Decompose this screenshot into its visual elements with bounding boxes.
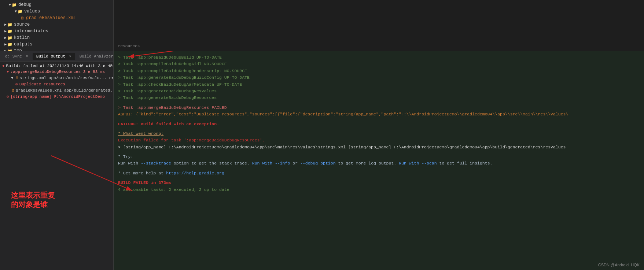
bottom-left-panel: d: Sync × Build Output × Build Analyzer … (0, 51, 114, 270)
error-expand-icon: ▼ (7, 70, 9, 74)
duplicate-label: Duplicate resources (19, 82, 65, 86)
output-line-links: Run with --stacktrace option to get the … (118, 160, 640, 167)
close-sync-tab[interactable]: × (26, 55, 28, 59)
resources-label: resources (118, 44, 140, 48)
output-line-try: * Try: (118, 154, 640, 160)
blank-2 (118, 118, 640, 121)
tab-build-output[interactable]: Build Output × (33, 53, 75, 60)
output-line-3: > Task :app:compileBaiduDebugRenderscrip… (118, 68, 640, 74)
folder-icon: 📁 (7, 22, 12, 27)
build-failed-label: Build: failed at 2021/11/3 14:46 with 3 … (6, 64, 113, 68)
blank-3 (118, 127, 640, 130)
output-line-help: * Get more help at https://help.gradle.o… (118, 170, 640, 177)
folder-icon: 📁 (7, 42, 12, 47)
tree-arrow: ▶ (4, 22, 7, 27)
gradle-res-item[interactable]: 🗎 gradleResValues.xml app/build/generate… (0, 87, 113, 93)
string-appname-item[interactable]: ⊘ [string/app_name] F:\AndroidProjectDem… (0, 93, 113, 100)
error-icon: ⊘ (15, 82, 18, 86)
output-line-2: > Task :app:compileBaiduDebugAidl NO-SOU… (118, 61, 640, 67)
tree-arrow: ▶ (4, 42, 7, 47)
tree-item-values[interactable]: ▼ 📁 values (0, 8, 113, 15)
output-line-what: * What went wrong: (118, 130, 640, 137)
blank-6 (118, 177, 640, 180)
strings-xml-label: strings.xml app/src/main/res/valu... err (20, 76, 113, 80)
build-failed-item[interactable]: ● Build: failed at 2021/11/3 14:46 with … (0, 63, 113, 69)
output-line-duplicate-detail: > [string/app_name] F:\AndroidProjectDem… (118, 144, 640, 151)
strings-xml-item[interactable]: ▼ 🗎 strings.xml app/src/main/res/valu...… (0, 75, 113, 81)
output-line-6: > Task :app:generateBaiduDebugResValues (118, 88, 640, 95)
top-right-panel: resources (114, 0, 644, 51)
tree-arrow: ▼ (15, 10, 17, 14)
tree-label: intermediates (14, 29, 48, 34)
xml-icon: 🗎 (15, 75, 19, 80)
tree-arrow: ▶ (4, 36, 7, 40)
link-debug[interactable]: --debug option (300, 161, 336, 166)
error-circle-icon: ● (2, 64, 5, 68)
merge-label: :app:mergeBaiduDebugResources 3 e 83 ms (11, 70, 105, 74)
tree-item-gradleres[interactable]: 🗎 gradleResValues.xml (0, 15, 113, 21)
tab-sync[interactable]: d: Sync × (1, 53, 32, 60)
blank-5 (118, 167, 640, 170)
watermark: CSDN @Android_HQK (598, 263, 640, 267)
string-appname-label: [string/app_name] F:\AndroidProjectDemo (11, 95, 105, 99)
tree-arrow: ▶ (4, 29, 7, 33)
output-line-exec-failed: Execution failed for task ':app:mergeBai… (118, 137, 640, 144)
folder-icon: 📁 (12, 3, 17, 7)
tree-arrow: ▼ (9, 3, 11, 7)
output-line-7: > Task :app:generateBaiduDebugResources (118, 95, 640, 101)
tree-item-debug[interactable]: ▼ 📁 debug (0, 1, 113, 8)
xml-file-icon: 🗎 (21, 16, 25, 21)
duplicate-resources-item[interactable]: ⊘ Duplicate resources (0, 81, 113, 87)
output-line-build-failed: BUILD FAILED in 373ms (118, 180, 640, 186)
file-expand-icon: ▼ (11, 76, 14, 80)
error-icon2: ⊘ (7, 94, 9, 99)
folder-icon: 📁 (7, 29, 12, 34)
output-line-5: > Task :app:checkBaiduDebugAarMetadata U… (118, 81, 640, 88)
output-line-4: > Task :app:generateBaiduDebugBuildConfi… (118, 74, 640, 81)
link-scan[interactable]: Run with --scan (399, 161, 437, 166)
tab-bar: d: Sync × Build Output × Build Analyzer … (0, 51, 113, 62)
output-line-1: > Task :app:preBaiduDebugBuild UP-TO-DAT… (118, 54, 640, 61)
link-gradle[interactable]: https://help.gradle.org (166, 171, 224, 175)
gradle-res-label: gradleResValues.xml app/build/generated.… (16, 88, 113, 93)
tree-item-intermediates[interactable]: ▶ 📁 intermediates (0, 28, 113, 34)
blank-4 (118, 151, 640, 154)
xml-file-icon2: 🗎 (11, 88, 15, 93)
tree-item-outputs[interactable]: ▶ 📁 outputs (0, 41, 113, 48)
link-info[interactable]: Run with --info (252, 161, 290, 166)
merge-resources-item[interactable]: ▼ :app:mergeBaiduDebugResources 3 e 83 m… (0, 69, 113, 75)
output-line-actionable: 4 actionable tasks: 2 executed, 2 up-to-… (118, 186, 640, 193)
tree-label: source (14, 22, 30, 27)
file-tree-top: ▼ 📁 debug ▼ 📁 values 🗎 gradleResValues.x… (0, 0, 114, 51)
output-line-agpbi: AGPBI: {"kind":"error","text":"Duplicate… (118, 111, 640, 118)
output-line-failure: FAILURE: Build failed with an exception. (118, 121, 640, 127)
tree-item-source[interactable]: ▶ 📁 source (0, 21, 113, 28)
file-label: gradleResValues.xml (26, 15, 76, 21)
tree-label: kotlin (14, 35, 30, 40)
output-line-failed: > Task :app:mergeBaiduDebugResources FAI… (118, 104, 640, 111)
tree-label: debug (18, 2, 32, 7)
tree-label: outputs (14, 42, 32, 47)
close-build-tab[interactable]: × (69, 55, 71, 59)
output-area[interactable]: > Task :app:preBaiduDebugBuild UP-TO-DAT… (114, 51, 644, 270)
build-output-panel: > Task :app:preBaiduDebugBuild UP-TO-DAT… (114, 51, 644, 270)
link-stacktrace[interactable]: --stacktrace (141, 161, 171, 166)
folder-icon: 📁 (18, 9, 23, 14)
build-tree: ● Build: failed at 2021/11/3 14:46 with … (0, 62, 113, 270)
tree-label: values (24, 9, 40, 14)
folder-icon: 📁 (7, 36, 12, 40)
blank-1 (118, 101, 640, 104)
tree-item-kotlin[interactable]: ▶ 📁 kotlin (0, 34, 113, 41)
